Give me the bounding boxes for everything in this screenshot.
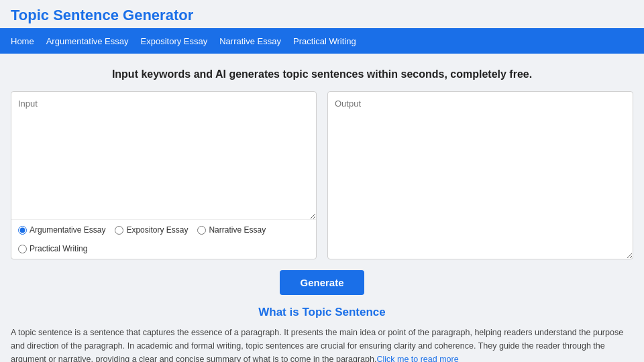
- main-nav: Home Argumentative Essay Expository Essa…: [0, 28, 644, 54]
- output-editor-box: [327, 91, 633, 259]
- what-is-body: A topic sentence is a sentence that capt…: [11, 326, 633, 362]
- read-more-link[interactable]: Click me to read more: [376, 355, 458, 362]
- editor-row: Argumentative Essay Expository Essay Nar…: [0, 91, 644, 259]
- nav-home[interactable]: Home: [11, 36, 34, 46]
- what-is-title: What is Topic Sentence: [11, 306, 633, 319]
- radio-expository[interactable]: Expository Essay: [115, 225, 188, 235]
- generate-button[interactable]: Generate: [280, 270, 364, 295]
- nav-expository-essay[interactable]: Expository Essay: [141, 36, 208, 46]
- nav-practical-writing[interactable]: Practical Writing: [293, 36, 356, 46]
- what-is-section: What is Topic Sentence A topic sentence …: [0, 306, 644, 362]
- page-title: Topic Sentence Generator: [0, 0, 644, 28]
- radio-narrative[interactable]: Narrative Essay: [197, 225, 266, 235]
- radio-practical[interactable]: Practical Writing: [18, 244, 87, 253]
- nav-argumentative-essay[interactable]: Argumentative Essay: [46, 36, 129, 46]
- hero-text: Input keywords and AI generates topic se…: [0, 54, 644, 91]
- radio-argumentative[interactable]: Argumentative Essay: [18, 225, 105, 235]
- nav-narrative-essay[interactable]: Narrative Essay: [219, 36, 281, 46]
- input-textarea[interactable]: [11, 92, 316, 219]
- radio-options-row: Argumentative Essay Expository Essay Nar…: [11, 219, 316, 259]
- input-editor-box: Argumentative Essay Expository Essay Nar…: [11, 91, 317, 259]
- generate-row: Generate: [0, 259, 644, 306]
- output-textarea[interactable]: [328, 92, 633, 259]
